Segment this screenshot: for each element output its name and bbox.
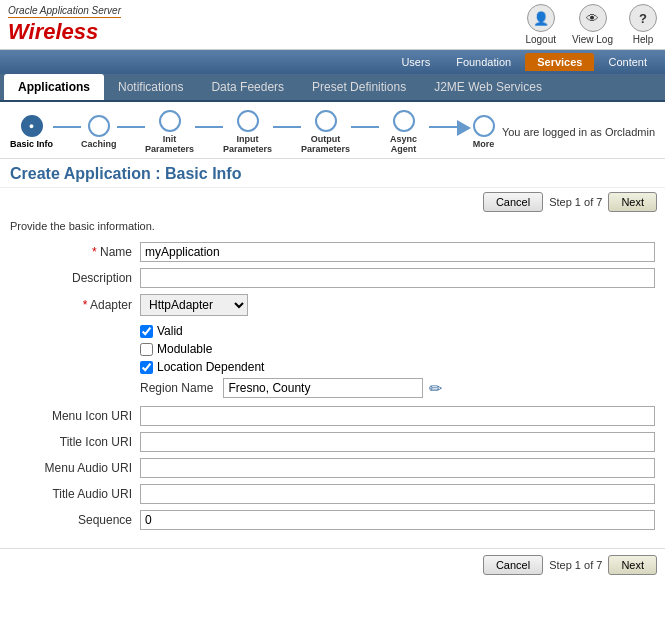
location-dependent-checkbox[interactable] (140, 361, 153, 374)
logout-button[interactable]: 👤 Logout (525, 4, 556, 45)
region-name-row: Region Name ✏ (140, 378, 655, 398)
description-control (140, 268, 655, 288)
viewlog-label: View Log (572, 34, 613, 45)
edit-region-icon[interactable]: ✏ (429, 379, 442, 398)
valid-row: Valid (140, 324, 655, 338)
title-audio-uri-input[interactable] (140, 484, 655, 504)
step-initparams[interactable]: Init Parameters (145, 110, 195, 154)
step-label-outputparams: Output Parameters (301, 134, 351, 154)
sec-nav-datafeeders[interactable]: Data Feeders (197, 74, 298, 100)
logo-main-text: Wireless (8, 19, 121, 45)
step-label-inputparams: Input Parameters (223, 134, 273, 154)
help-button[interactable]: ? Help (629, 4, 657, 45)
header: Oracle Application Server Wireless 👤 Log… (0, 0, 665, 50)
menu-icon-uri-label: Menu Icon URI (10, 409, 140, 423)
title-icon-uri-input[interactable] (140, 432, 655, 452)
checkbox-area: Valid Modulable Location Dependent Regio… (140, 322, 655, 400)
sec-nav-applications[interactable]: Applications (4, 74, 104, 100)
page-title: Create Application : Basic Info (0, 159, 665, 188)
form-description: Provide the basic information. (0, 216, 665, 238)
stepper-area: ● Basic Info Caching Init Parameters Inp… (0, 102, 665, 159)
modulable-row: Modulable (140, 342, 655, 356)
title-icon-uri-row: Title Icon URI (10, 432, 655, 452)
name-input[interactable] (140, 242, 655, 262)
step-outputparams[interactable]: Output Parameters (301, 110, 351, 154)
menu-icon-uri-input[interactable] (140, 406, 655, 426)
step-asyncagent[interactable]: Async Agent (379, 110, 429, 154)
location-dependent-label: Location Dependent (157, 360, 264, 374)
sec-nav-presetdefinitions[interactable]: Preset Definitions (298, 74, 420, 100)
top-nav: Users Foundation Services Content (0, 50, 665, 74)
step-circle-asyncagent (393, 110, 415, 132)
location-dependent-row: Location Dependent (140, 360, 655, 374)
menu-audio-uri-label: Menu Audio URI (10, 461, 140, 475)
adapter-select[interactable]: HttpAdapter SoapAdapter OracleAdapter (140, 294, 248, 316)
bottom-action-bar: Cancel Step 1 of 7 Next (0, 548, 665, 581)
description-input[interactable] (140, 268, 655, 288)
step-arrow (457, 120, 471, 136)
modulable-label: Modulable (157, 342, 212, 356)
description-row: Description (10, 268, 655, 288)
step-line-4 (273, 126, 301, 128)
sequence-control (140, 510, 655, 530)
step-more[interactable]: More (473, 115, 495, 149)
step-circle-initparams (159, 110, 181, 132)
secondary-nav: Applications Notifications Data Feeders … (0, 74, 665, 102)
nav-tab-services[interactable]: Services (525, 53, 594, 71)
checkboxes-row: Valid Modulable Location Dependent Regio… (10, 322, 655, 400)
region-name-input[interactable] (223, 378, 423, 398)
stepper: ● Basic Info Caching Init Parameters Inp… (10, 110, 495, 154)
step-basicinfo[interactable]: ● Basic Info (10, 115, 53, 149)
logo-area: Oracle Application Server Wireless (8, 5, 121, 45)
step-circle-caching (88, 115, 110, 137)
top-cancel-button[interactable]: Cancel (483, 192, 543, 212)
bottom-next-button[interactable]: Next (608, 555, 657, 575)
sequence-input[interactable] (140, 510, 655, 530)
name-label: Name (10, 245, 140, 259)
top-action-bar: Cancel Step 1 of 7 Next (0, 188, 665, 216)
logout-icon: 👤 (527, 4, 555, 32)
stepper-user-info: You are logged in as Orcladmin (502, 126, 655, 138)
title-audio-uri-control (140, 484, 655, 504)
step-label-caching: Caching (81, 139, 117, 149)
form-area: Name Description Adapter HttpAdapter Soa… (0, 238, 665, 540)
top-next-button[interactable]: Next (608, 192, 657, 212)
title-audio-uri-row: Title Audio URI (10, 484, 655, 504)
sequence-label: Sequence (10, 513, 140, 527)
sec-nav-notifications[interactable]: Notifications (104, 74, 197, 100)
modulable-checkbox[interactable] (140, 343, 153, 356)
logo-top-text: Oracle Application Server (8, 5, 121, 16)
menu-audio-uri-input[interactable] (140, 458, 655, 478)
viewlog-icon: 👁 (579, 4, 607, 32)
adapter-control: HttpAdapter SoapAdapter OracleAdapter (140, 294, 655, 316)
step-circle-outputparams (315, 110, 337, 132)
step-inputparams[interactable]: Input Parameters (223, 110, 273, 154)
sequence-row: Sequence (10, 510, 655, 530)
nav-tab-users[interactable]: Users (389, 53, 442, 71)
step-circle-basicinfo: ● (21, 115, 43, 137)
viewlog-button[interactable]: 👁 View Log (572, 4, 613, 45)
nav-tab-foundation[interactable]: Foundation (444, 53, 523, 71)
menu-icon-uri-control (140, 406, 655, 426)
nav-tab-content[interactable]: Content (596, 53, 659, 71)
step-label-initparams: Init Parameters (145, 134, 195, 154)
name-row: Name (10, 242, 655, 262)
top-step-info: Step 1 of 7 (549, 196, 602, 208)
logout-label: Logout (525, 34, 556, 45)
bottom-cancel-button[interactable]: Cancel (483, 555, 543, 575)
step-line-2 (117, 126, 145, 128)
step-circle-inputparams (237, 110, 259, 132)
region-name-label: Region Name (140, 381, 213, 395)
step-label-more: More (473, 139, 495, 149)
step-caching[interactable]: Caching (81, 115, 117, 149)
sec-nav-j2me[interactable]: J2ME Web Services (420, 74, 556, 100)
valid-checkbox[interactable] (140, 325, 153, 338)
adapter-label: Adapter (10, 298, 140, 312)
step-line-6 (429, 126, 457, 128)
help-icon: ? (629, 4, 657, 32)
menu-icon-uri-row: Menu Icon URI (10, 406, 655, 426)
step-line-3 (195, 126, 223, 128)
bottom-step-info: Step 1 of 7 (549, 559, 602, 571)
adapter-row: Adapter HttpAdapter SoapAdapter OracleAd… (10, 294, 655, 316)
step-label-basicinfo: Basic Info (10, 139, 53, 149)
